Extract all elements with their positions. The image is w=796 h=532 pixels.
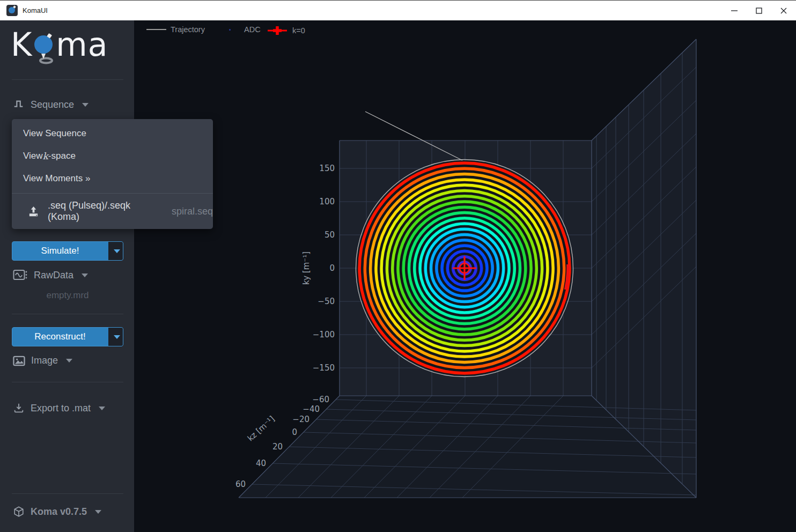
title-bar: KomaUI bbox=[0, 0, 796, 20]
export-mat-dropdown-toggle[interactable]: Export to .mat bbox=[13, 402, 105, 414]
reconstruct-button[interactable]: Reconstruct! bbox=[12, 327, 123, 346]
chevron-down-icon bbox=[114, 335, 120, 339]
upload-seq-button[interactable]: .seq (Pulseq)/.seqk (Koma) spiral.seq bbox=[12, 194, 213, 229]
maximize-icon bbox=[756, 8, 762, 14]
menu-item-view-kspace[interactable]: View k-space bbox=[12, 145, 213, 167]
rawdata-signal-icon bbox=[13, 269, 28, 281]
sequence-label: Sequence bbox=[31, 99, 74, 110]
reconstruct-dropdown-segment[interactable] bbox=[108, 328, 123, 346]
koma-logo: K ma bbox=[11, 26, 108, 63]
svg-text:0: 0 bbox=[292, 427, 297, 437]
logo-text-k: K bbox=[11, 26, 32, 63]
kspace-3d-plot[interactable]: 150100500−50−100−150 −60−40−200204060 ky… bbox=[134, 20, 796, 532]
image-icon bbox=[13, 356, 25, 366]
window-title: KomaUI bbox=[23, 6, 48, 14]
chevron-down-icon bbox=[82, 274, 88, 277]
simulate-button[interactable]: Simulate! bbox=[12, 241, 123, 261]
image-label: Image bbox=[31, 355, 58, 366]
svg-text:40: 40 bbox=[256, 459, 266, 468]
svg-text:20: 20 bbox=[272, 442, 283, 452]
chevron-down-icon bbox=[114, 249, 120, 253]
close-button[interactable] bbox=[771, 1, 796, 20]
menu-item-label: View bbox=[23, 151, 43, 161]
export-label: Export to .mat bbox=[31, 403, 91, 414]
divider bbox=[12, 493, 123, 494]
divider bbox=[12, 314, 123, 314]
simulate-label: Simulate! bbox=[12, 242, 108, 260]
k0-cross-swatch bbox=[267, 25, 288, 36]
chevron-down-icon bbox=[95, 510, 101, 514]
pulse-sequence-icon bbox=[13, 99, 25, 110]
legend-item-adc[interactable]: ADC bbox=[220, 25, 261, 34]
close-icon bbox=[780, 8, 787, 14]
svg-text:150: 150 bbox=[319, 164, 335, 173]
menu-item-label: -space bbox=[48, 151, 76, 161]
svg-text:0: 0 bbox=[329, 263, 335, 273]
simulate-dropdown-segment[interactable] bbox=[108, 242, 123, 260]
sequence-dropdown-toggle[interactable]: Sequence bbox=[13, 99, 89, 110]
trajectory-line-swatch bbox=[146, 29, 166, 30]
ky-axis-title: ky [m⁻¹] bbox=[301, 252, 311, 285]
upload-icon bbox=[27, 205, 40, 218]
image-dropdown-toggle[interactable]: Image bbox=[13, 355, 72, 366]
svg-text:−150: −150 bbox=[313, 363, 335, 373]
logo-text-ma: ma bbox=[56, 26, 108, 63]
rawdata-label: RawData bbox=[34, 270, 73, 281]
version-dropdown-toggle[interactable]: Koma v0.7.5 bbox=[13, 506, 101, 518]
sidebar: K ma Sequence View Sequence View k-spac bbox=[0, 20, 134, 532]
legend-label: ADC bbox=[244, 25, 261, 34]
chevron-down-icon bbox=[99, 407, 105, 410]
minimize-icon bbox=[731, 8, 738, 14]
svg-text:−60: −60 bbox=[312, 395, 329, 404]
svg-text:−100: −100 bbox=[313, 330, 335, 339]
menu-item-label: View Sequence bbox=[23, 128, 86, 139]
menu-item-label: View Moments » bbox=[23, 173, 90, 184]
version-label: Koma v0.7.5 bbox=[31, 506, 87, 518]
svg-text:100: 100 bbox=[319, 197, 335, 206]
kz-axis-title: kz [m⁻¹] bbox=[246, 414, 277, 444]
adc-dot-swatch bbox=[229, 29, 231, 31]
divider bbox=[12, 382, 123, 382]
rawdata-file-name: empty.mrd bbox=[12, 290, 123, 301]
rawdata-dropdown-toggle[interactable]: RawData bbox=[13, 269, 88, 281]
svg-text:50: 50 bbox=[325, 230, 335, 240]
legend-label: k=0 bbox=[292, 26, 305, 35]
app-icon bbox=[6, 5, 18, 16]
legend-item-trajectory[interactable]: Trajectory bbox=[146, 25, 205, 34]
kspace-plot-area: Trajectory ADC k=0 bbox=[134, 20, 796, 532]
upload-label: .seq (Pulseq)/.seqk (Koma) bbox=[48, 200, 161, 223]
chevron-down-icon bbox=[82, 103, 89, 107]
legend-item-k0[interactable]: k=0 bbox=[267, 25, 305, 36]
maximize-button[interactable] bbox=[747, 1, 771, 20]
svg-text:60: 60 bbox=[235, 479, 246, 489]
reconstruct-label: Reconstruct! bbox=[12, 328, 108, 346]
svg-text:−20: −20 bbox=[292, 415, 309, 424]
ky-tick-labels: 150100500−50−100−150 bbox=[313, 164, 335, 373]
divider bbox=[12, 79, 123, 80]
plot-legend: Trajectory ADC k=0 bbox=[134, 25, 796, 36]
package-box-icon bbox=[13, 506, 25, 518]
svg-text:−40: −40 bbox=[303, 404, 320, 414]
menu-item-view-sequence[interactable]: View Sequence bbox=[12, 122, 213, 145]
legend-label: Trajectory bbox=[171, 25, 205, 34]
kspace-k-italic: k bbox=[43, 151, 48, 161]
globe-icon bbox=[32, 30, 56, 65]
chevron-down-icon bbox=[66, 359, 72, 363]
download-icon bbox=[13, 402, 25, 414]
koma-ui-window: KomaUI K ma bbox=[0, 0, 796, 532]
minimize-button[interactable] bbox=[722, 1, 747, 20]
upload-current-file: spiral.seq bbox=[172, 206, 213, 217]
svg-text:−50: −50 bbox=[318, 297, 335, 306]
sequence-dropdown-menu: View Sequence View k-space View Moments … bbox=[12, 119, 213, 229]
menu-item-view-moments[interactable]: View Moments » bbox=[12, 167, 213, 190]
